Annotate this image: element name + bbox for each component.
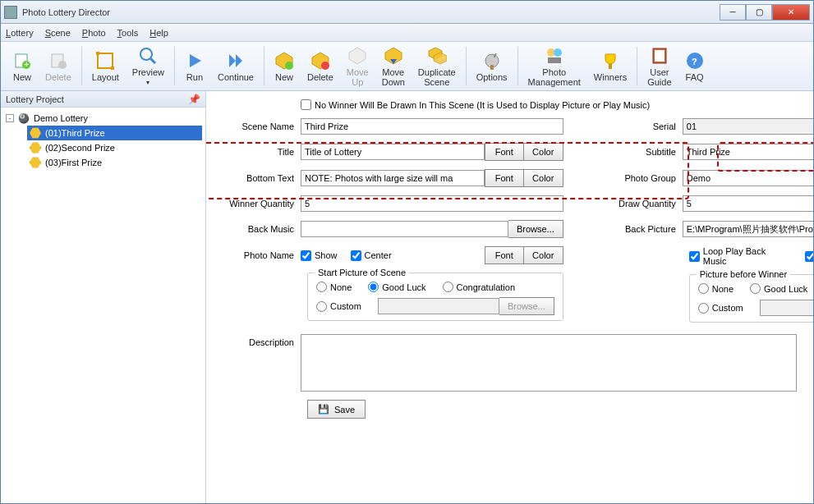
scene-icon — [29, 156, 42, 169]
winner-qty-input[interactable] — [301, 195, 563, 212]
menu-tools[interactable]: Tools — [117, 28, 139, 38]
bottom-font-button[interactable]: Font — [485, 169, 524, 187]
content: No Winner Will Be Drawn In This Scene (I… — [206, 91, 813, 503]
center-checkbox[interactable]: Center — [351, 250, 392, 261]
sidebar: Lottery Project 📌 - 🎱 Demo Lottery (01)T… — [1, 91, 206, 503]
winners-icon — [600, 51, 620, 71]
start-custom-radio[interactable]: Custom — [316, 301, 361, 312]
drum-checkbox[interactable]: Play Drum Sound When Rolling P — [805, 246, 813, 266]
tree-item-second-prize[interactable]: (02)Second Prize — [27, 140, 202, 155]
scene-name-label: Scene Name — [214, 121, 301, 131]
back-music-browse-button[interactable]: Browse... — [508, 220, 563, 238]
scene-name-input[interactable] — [301, 118, 563, 135]
svg-point-8 — [140, 48, 152, 60]
bottom-text-label: Bottom Text — [214, 173, 301, 183]
menubar: Lottery Scene Photo Tools Help — [1, 24, 813, 42]
preview-icon — [138, 46, 158, 66]
duplicate-icon — [427, 46, 447, 66]
move-down-icon — [384, 46, 403, 66]
back-picture-input[interactable] — [683, 221, 813, 237]
user-guide-icon — [650, 46, 669, 66]
close-button[interactable]: ✕ — [772, 4, 810, 21]
before-none-radio[interactable]: None — [698, 283, 734, 294]
description-label: Description — [214, 334, 301, 347]
faq-icon: ? — [685, 51, 705, 71]
description-input[interactable] — [301, 334, 797, 392]
subtitle-input[interactable] — [683, 144, 813, 160]
duplicate-scene-button[interactable]: Duplicate Scene — [412, 44, 462, 89]
title-color-button[interactable]: Color — [524, 143, 563, 161]
svg-rect-28 — [609, 64, 612, 69]
minimize-button[interactable]: ─ — [720, 4, 746, 21]
delete-lottery-button[interactable]: Delete — [39, 44, 78, 89]
photoname-color-button[interactable]: Color — [524, 246, 563, 264]
bottom-color-button[interactable]: Color — [524, 169, 563, 187]
no-winner-checkbox[interactable]: No Winner Will Be Drawn In This Scene (I… — [301, 99, 650, 110]
tree-item-first-prize[interactable]: (03)First Prize — [27, 155, 202, 170]
new-icon: + — [12, 51, 32, 71]
bottom-text-input[interactable] — [301, 170, 485, 186]
tree-root[interactable]: - 🎱 Demo Lottery — [4, 111, 202, 126]
draw-qty-input[interactable] — [683, 195, 813, 212]
photo-group-input[interactable] — [683, 170, 813, 186]
title-input[interactable] — [301, 144, 485, 160]
start-none-radio[interactable]: None — [316, 282, 352, 292]
photo-group-label: Photo Group — [596, 173, 683, 183]
tree: - 🎱 Demo Lottery (01)Third Prize (02)Sec… — [1, 108, 205, 173]
svg-line-9 — [150, 58, 155, 63]
svg-point-16 — [321, 62, 329, 70]
menu-lottery[interactable]: Lottery — [6, 28, 34, 38]
app-icon — [4, 6, 17, 19]
continue-button[interactable]: Continue — [211, 44, 260, 89]
photo-management-button[interactable]: Photo Management — [522, 44, 587, 89]
start-custom-browse-button[interactable]: Browse... — [499, 297, 554, 315]
save-button[interactable]: 💾 Save — [307, 400, 366, 419]
svg-point-26 — [554, 48, 562, 57]
title-font-button[interactable]: Font — [485, 143, 524, 161]
run-icon — [185, 51, 205, 71]
pin-icon[interactable]: 📌 — [188, 94, 200, 105]
back-music-input[interactable] — [301, 221, 508, 237]
maximize-button[interactable]: ▢ — [746, 4, 772, 21]
menu-help[interactable]: Help — [149, 28, 168, 38]
layout-button[interactable]: Layout — [85, 44, 126, 89]
svg-rect-24 — [490, 65, 494, 70]
run-button[interactable]: Run — [178, 44, 211, 89]
new-scene-icon — [274, 51, 294, 71]
svg-rect-7 — [111, 66, 114, 70]
scene-icon — [29, 141, 42, 154]
new-lottery-button[interactable]: +New — [6, 44, 39, 89]
winners-button[interactable]: Winners — [587, 44, 633, 89]
lottery-icon: 🎱 — [17, 112, 30, 125]
menu-scene[interactable]: Scene — [45, 28, 71, 38]
delete-scene-button[interactable]: Delete — [301, 44, 340, 89]
tree-item-third-prize[interactable]: (01)Third Prize — [27, 126, 202, 140]
delete-icon — [48, 51, 68, 71]
before-custom-radio[interactable]: Custom — [698, 303, 743, 314]
start-goodluck-radio[interactable]: Good Luck — [368, 282, 425, 292]
move-up-button[interactable]: Move Up — [340, 44, 375, 89]
collapse-icon[interactable]: - — [6, 114, 14, 122]
photo-name-label: Photo Name — [214, 250, 301, 260]
faq-button[interactable]: ?FAQ — [678, 44, 711, 89]
user-guide-button[interactable]: User Guide — [641, 44, 678, 89]
start-congrat-radio[interactable]: Congratulation — [443, 282, 516, 292]
back-picture-label: Back Picture — [596, 224, 683, 234]
titlebar: Photo Lottery Director ─ ▢ ✕ — [1, 1, 813, 24]
new-scene-button[interactable]: New — [268, 44, 301, 89]
svg-rect-27 — [548, 57, 561, 63]
preview-button[interactable]: Preview▾ — [126, 44, 171, 89]
options-button[interactable]: Options — [470, 44, 514, 89]
options-icon — [482, 51, 502, 71]
move-down-button[interactable]: Move Down — [375, 44, 412, 89]
before-custom-input — [760, 300, 813, 316]
show-checkbox[interactable]: Show — [301, 250, 338, 261]
subtitle-label: Subtitle — [596, 147, 683, 157]
loop-checkbox[interactable]: Loop Play Back Music — [689, 246, 785, 266]
back-music-label: Back Music — [214, 224, 301, 234]
before-goodluck-radio[interactable]: Good Luck — [750, 283, 807, 294]
menu-photo[interactable]: Photo — [82, 28, 106, 38]
svg-marker-11 — [229, 54, 236, 67]
svg-point-4 — [58, 61, 67, 69]
photoname-font-button[interactable]: Font — [485, 246, 524, 264]
